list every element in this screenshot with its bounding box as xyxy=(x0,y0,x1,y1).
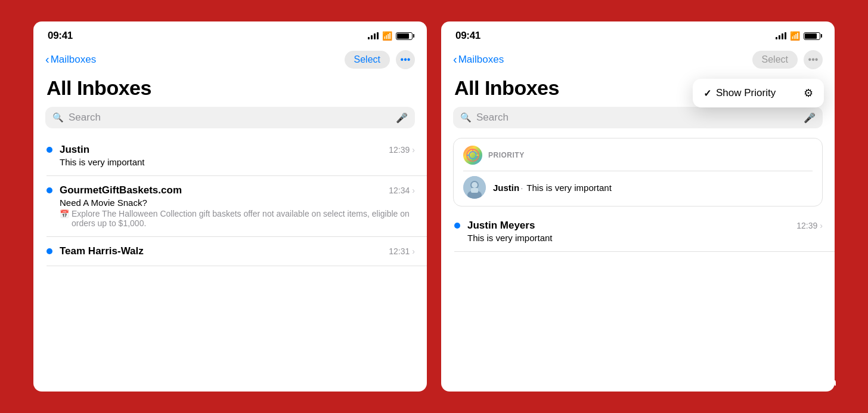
left-email-chevron-justin: › xyxy=(412,145,415,155)
right-mic-icon[interactable]: 🎤 xyxy=(804,112,816,124)
outer-container: 09:41 📶 ‹ Mailboxes xyxy=(20,18,848,395)
left-signal-icon xyxy=(368,32,379,39)
left-email-content-gourmet: GourmetGiftBaskets.com 12:34 › Need A Mo… xyxy=(60,184,415,228)
left-more-button[interactable]: ••• xyxy=(396,50,415,69)
right-email-sender-justin-meyers: Justin Meyers xyxy=(467,220,535,232)
right-select-button[interactable]: Select xyxy=(752,51,798,69)
svg-point-1 xyxy=(469,152,476,159)
right-mailboxes-link[interactable]: Mailboxes xyxy=(458,54,504,66)
priority-email-text: Justin· This is very important xyxy=(493,183,612,193)
left-email-chevron-gourmet: › xyxy=(412,186,415,195)
left-email-content-justin: Justin 12:39 › This is very important xyxy=(60,144,415,167)
right-wifi-icon: 📶 xyxy=(790,31,800,41)
left-mic-icon[interactable]: 🎤 xyxy=(396,112,408,124)
left-back-chevron-icon: ‹ xyxy=(45,53,49,66)
left-unread-dot-justin xyxy=(46,147,52,153)
left-email-chevron-harris: › xyxy=(412,246,415,256)
right-back-chevron-icon: ‹ xyxy=(453,53,457,66)
left-email-time-harris: 12:31 xyxy=(389,246,410,256)
left-email-item-justin[interactable]: Justin 12:39 › This is very important xyxy=(46,135,427,176)
right-phone-screen: 09:41 📶 ‹ Mailboxes xyxy=(441,21,835,392)
watermark: GadgetHacks.com xyxy=(753,377,836,388)
left-battery-icon xyxy=(396,32,413,40)
dropdown-checkmark-icon: ✓ xyxy=(703,88,711,99)
right-status-time: 09:41 xyxy=(455,30,480,42)
dropdown-show-priority-item[interactable]: ✓ Show Priority ⚙ xyxy=(693,79,824,107)
left-email-subject-justin: This is very important xyxy=(60,157,415,167)
left-wifi-icon: 📶 xyxy=(382,31,392,41)
right-email-content-justin-meyers: Justin Meyers 12:39 › This is very impor… xyxy=(467,220,823,243)
left-calendar-icon: 📅 xyxy=(60,209,69,218)
right-ellipsis-icon: ••• xyxy=(808,54,819,65)
left-nav-bar: ‹ Mailboxes Select ••• xyxy=(33,48,427,74)
priority-separator: · xyxy=(520,183,523,193)
svg-rect-10 xyxy=(471,188,478,193)
left-page-title: All Inboxes xyxy=(33,74,427,107)
right-email-list: Justin Meyers 12:39 › This is very impor… xyxy=(441,211,835,392)
left-ellipsis-icon: ••• xyxy=(401,54,411,65)
right-email-header-justin-meyers: Justin Meyers 12:39 › xyxy=(467,220,823,232)
right-search-icon: 🔍 xyxy=(460,112,472,123)
svg-point-9 xyxy=(472,182,478,188)
left-search-icon: 🔍 xyxy=(52,112,64,123)
left-email-sender-harris: Team Harris-Walz xyxy=(60,245,144,257)
left-search-placeholder: Search xyxy=(69,112,391,124)
dropdown-gear-icon[interactable]: ⚙ xyxy=(804,87,813,100)
right-battery-icon xyxy=(804,32,820,40)
left-status-bar: 09:41 📶 xyxy=(33,21,427,48)
right-nav-actions: Select ••• xyxy=(752,50,823,69)
right-status-bar: 09:41 📶 xyxy=(441,21,835,48)
left-email-subject-gourmet: Need A Movie Snack? xyxy=(60,198,415,208)
priority-subject: This is very important xyxy=(526,183,612,193)
priority-email[interactable]: Justin· This is very important xyxy=(463,171,813,199)
right-back-button[interactable]: ‹ Mailboxes xyxy=(453,53,504,66)
priority-section: PRIORITY Justin· This is very important xyxy=(453,138,823,207)
left-status-icons: 📶 xyxy=(368,31,413,41)
right-email-time-justin-meyers: 12:39 xyxy=(796,221,817,230)
left-email-time-justin: 12:39 xyxy=(389,145,410,155)
left-phone-screen: 09:41 📶 ‹ Mailboxes xyxy=(33,21,427,392)
left-status-time: 09:41 xyxy=(48,30,73,42)
left-mailboxes-link[interactable]: Mailboxes xyxy=(51,54,97,66)
left-email-sender-gourmet: GourmetGiftBaskets.com xyxy=(60,184,182,196)
priority-icon xyxy=(463,146,482,165)
priority-sender: Justin xyxy=(493,183,519,193)
left-email-header-gourmet: GourmetGiftBaskets.com 12:34 › xyxy=(60,184,415,196)
left-email-preview-text-gourmet: Explore The Halloween Collection gift ba… xyxy=(72,209,415,228)
left-nav-actions: Select ••• xyxy=(345,50,415,69)
right-search-placeholder: Search xyxy=(476,112,799,124)
priority-label: PRIORITY xyxy=(488,151,525,159)
left-unread-dot-gourmet xyxy=(46,187,52,193)
right-more-button[interactable]: ••• xyxy=(804,50,823,69)
left-email-item-gourmet[interactable]: GourmetGiftBaskets.com 12:34 › Need A Mo… xyxy=(46,176,427,237)
right-unread-dot-justin-meyers xyxy=(454,223,460,229)
right-email-chevron-justin-meyers: › xyxy=(820,221,823,230)
right-search-bar[interactable]: 🔍 Search 🎤 xyxy=(453,107,823,128)
dropdown-menu[interactable]: ✓ Show Priority ⚙ xyxy=(693,79,824,107)
priority-header: PRIORITY xyxy=(463,146,813,171)
right-status-icons: 📶 xyxy=(776,31,820,41)
right-nav-bar: ‹ Mailboxes Select ••• xyxy=(441,48,835,74)
priority-avatar xyxy=(463,176,486,199)
left-back-button[interactable]: ‹ Mailboxes xyxy=(45,53,96,66)
left-select-button[interactable]: Select xyxy=(345,51,390,69)
left-unread-dot-harris xyxy=(46,248,52,254)
right-email-subject-justin-meyers: This is very important xyxy=(467,233,823,243)
left-email-item-harris[interactable]: Team Harris-Walz 12:31 › xyxy=(46,237,427,266)
left-email-sender-justin: Justin xyxy=(60,144,89,156)
left-email-preview-gourmet: 📅 Explore The Halloween Collection gift … xyxy=(60,209,415,228)
left-email-list: Justin 12:39 › This is very important Go… xyxy=(33,135,427,392)
dropdown-show-priority-label: Show Priority xyxy=(716,87,799,99)
left-email-content-harris: Team Harris-Walz 12:31 › xyxy=(60,245,415,257)
left-search-bar[interactable]: 🔍 Search 🎤 xyxy=(45,107,415,128)
right-signal-icon xyxy=(776,32,786,39)
left-email-header-harris: Team Harris-Walz 12:31 › xyxy=(60,245,415,257)
left-email-header-justin: Justin 12:39 › xyxy=(60,144,415,156)
left-email-time-gourmet: 12:34 xyxy=(389,186,410,195)
right-email-item-justin-meyers[interactable]: Justin Meyers 12:39 › This is very impor… xyxy=(454,211,835,252)
